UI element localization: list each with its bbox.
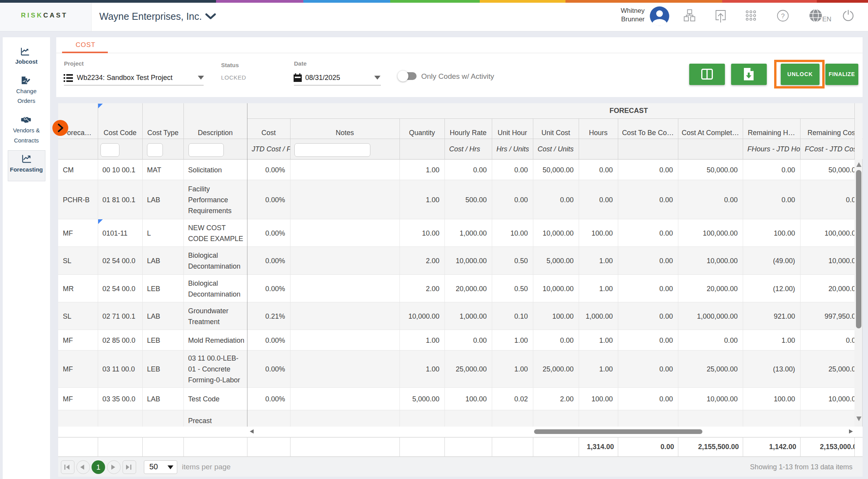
svg-text:?: ?: [781, 12, 785, 20]
